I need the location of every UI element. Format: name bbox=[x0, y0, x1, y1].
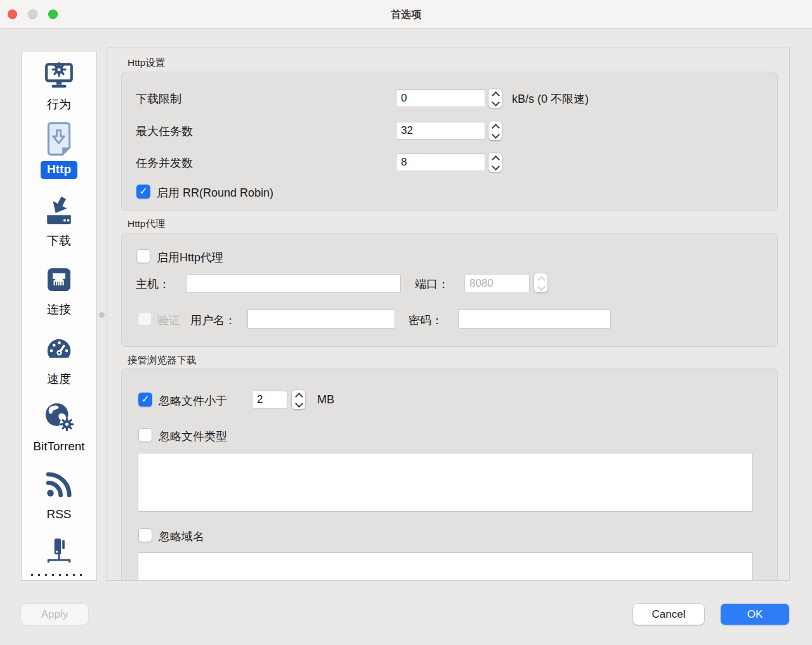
sidebar-item-label: BitTorrent bbox=[33, 439, 84, 454]
sidebar-item-http[interactable]: Http bbox=[22, 122, 96, 179]
ignore-domains-label: 忽略域名 bbox=[159, 529, 204, 544]
sidebar-item-download[interactable]: 下载 bbox=[22, 194, 96, 249]
proxy-port-input[interactable] bbox=[464, 274, 530, 293]
max-tasks-stepper[interactable] bbox=[488, 121, 502, 140]
download-limit-input[interactable] bbox=[396, 89, 485, 107]
monitor-gear-icon bbox=[43, 58, 75, 92]
proxy-auth-checkbox[interactable] bbox=[138, 312, 152, 326]
download-tray-icon bbox=[43, 194, 75, 228]
proxy-password-input[interactable] bbox=[458, 309, 611, 329]
download-limit-label: 下载限制 bbox=[136, 91, 181, 107]
ignore-smaller-checkbox[interactable]: ✓ bbox=[138, 393, 152, 407]
concurrent-tasks-label: 任务并发数 bbox=[136, 155, 193, 171]
concurrent-tasks-stepper[interactable] bbox=[488, 153, 502, 172]
ignore-domains-textarea[interactable] bbox=[138, 552, 753, 581]
sidebar-item-label-clipped bbox=[31, 574, 87, 576]
group-title-http-settings: Http设置 bbox=[128, 56, 165, 70]
rss-icon bbox=[43, 467, 75, 502]
sidebar-item-label-selected: Http bbox=[41, 161, 77, 179]
ignore-file-types-textarea[interactable] bbox=[138, 453, 753, 512]
download-limit-stepper[interactable] bbox=[488, 89, 502, 108]
sidebar-item-label: 下载 bbox=[47, 233, 71, 249]
globe-gear-icon bbox=[43, 400, 75, 434]
ignore-domains-checkbox[interactable] bbox=[138, 528, 152, 542]
ignore-smaller-label: 忽略文件小于 bbox=[159, 393, 227, 408]
group-title-http-proxy: Http代理 bbox=[128, 218, 165, 231]
sidebar-item-clipped[interactable] bbox=[22, 535, 96, 576]
ignore-smaller-input[interactable] bbox=[252, 391, 287, 408]
window-title: 首选项 bbox=[0, 0, 812, 29]
checkmark-icon: ✓ bbox=[141, 394, 149, 405]
ignore-smaller-suffix: MB bbox=[317, 393, 334, 407]
group-box-browser-takeover: ✓ 忽略文件小于 MB 忽略文件类型 忽略域名 bbox=[121, 368, 778, 581]
speedometer-icon bbox=[43, 332, 75, 367]
sidebar-item-label: 行为 bbox=[47, 97, 71, 112]
sidebar-item-label: 连接 bbox=[47, 302, 71, 317]
sidebar-item-connection[interactable]: 连接 bbox=[22, 263, 96, 317]
ok-button[interactable]: OK bbox=[721, 604, 789, 625]
network-device-icon bbox=[43, 535, 75, 569]
proxy-password-label: 密码： bbox=[409, 313, 443, 328]
proxy-port-label: 端口： bbox=[415, 277, 449, 292]
apply-button[interactable]: Apply bbox=[21, 604, 88, 625]
enable-proxy-checkbox[interactable] bbox=[136, 249, 150, 263]
proxy-username-input[interactable] bbox=[247, 309, 395, 329]
group-title-browser-takeover: 接管浏览器下载 bbox=[128, 354, 197, 367]
ethernet-port-icon bbox=[44, 263, 74, 297]
enable-rr-checkbox[interactable]: ✓ bbox=[136, 185, 150, 199]
download-limit-suffix: kB/s (0 不限速) bbox=[512, 91, 589, 107]
sidebar-item-bittorrent[interactable]: BitTorrent bbox=[22, 400, 96, 454]
proxy-host-label: 主机： bbox=[136, 277, 170, 292]
group-box-http-settings: 下载限制 kB/s (0 不限速) 最大任务数 任务并发数 ✓ 启用 RR(Ro… bbox=[121, 72, 778, 211]
proxy-port-stepper[interactable] bbox=[534, 273, 547, 292]
proxy-auth-label: 验证 bbox=[157, 313, 180, 328]
enable-rr-label: 启用 RR(Round Robin) bbox=[157, 185, 273, 200]
concurrent-tasks-input[interactable] bbox=[396, 153, 485, 171]
group-box-http-proxy: 启用Http代理 主机： 端口： 验证 用户名： 密码： bbox=[121, 233, 778, 347]
sidebar-item-label: RSS bbox=[46, 507, 71, 522]
cancel-button[interactable]: Cancel bbox=[633, 604, 704, 625]
max-tasks-label: 最大任务数 bbox=[136, 124, 193, 139]
titlebar: 首选项 bbox=[0, 0, 812, 29]
sidebar-item-speed[interactable]: 速度 bbox=[22, 332, 96, 387]
ignore-file-types-label: 忽略文件类型 bbox=[159, 429, 227, 444]
preferences-window: 首选项 行为 bbox=[0, 0, 812, 645]
sidebar: 行为 Http bbox=[21, 51, 97, 581]
settings-pane: Http设置 下载限制 kB/s (0 不限速) 最大任务数 任务并发数 ✓ 启… bbox=[107, 48, 790, 581]
sidebar-item-label: 速度 bbox=[47, 372, 71, 387]
proxy-username-label: 用户名： bbox=[190, 313, 236, 328]
sidebar-item-rss[interactable]: RSS bbox=[22, 467, 96, 522]
ignore-smaller-stepper[interactable] bbox=[292, 390, 305, 409]
max-tasks-input[interactable] bbox=[396, 122, 485, 140]
enable-proxy-label: 启用Http代理 bbox=[157, 250, 223, 265]
proxy-host-input[interactable] bbox=[186, 274, 401, 293]
splitter-handle[interactable] bbox=[99, 312, 105, 318]
document-download-icon bbox=[43, 122, 75, 156]
sidebar-item-behavior[interactable]: 行为 bbox=[22, 58, 96, 112]
ignore-file-types-checkbox[interactable] bbox=[138, 428, 152, 442]
checkmark-icon: ✓ bbox=[139, 186, 147, 197]
